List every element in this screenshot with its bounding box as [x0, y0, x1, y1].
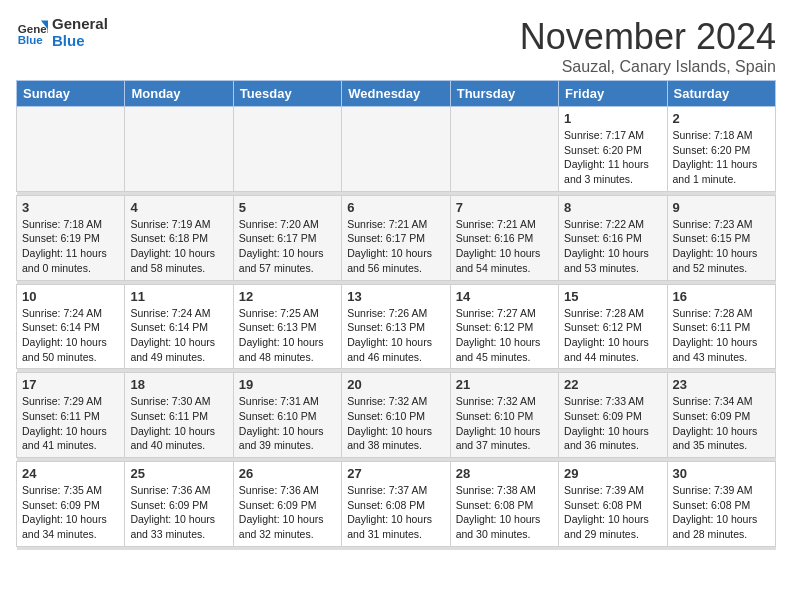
- day-cell-21: 21Sunrise: 7:32 AMSunset: 6:10 PMDayligh…: [450, 373, 558, 458]
- day-info: Sunrise: 7:31 AMSunset: 6:10 PMDaylight:…: [239, 394, 336, 453]
- day-info: Sunrise: 7:23 AMSunset: 6:15 PMDaylight:…: [673, 217, 770, 276]
- day-info: Sunrise: 7:25 AMSunset: 6:13 PMDaylight:…: [239, 306, 336, 365]
- empty-cell: [342, 107, 450, 192]
- day-number: 2: [673, 111, 770, 126]
- day-cell-27: 27Sunrise: 7:37 AMSunset: 6:08 PMDayligh…: [342, 462, 450, 547]
- week-row-3: 10Sunrise: 7:24 AMSunset: 6:14 PMDayligh…: [17, 284, 776, 369]
- week-row-5: 24Sunrise: 7:35 AMSunset: 6:09 PMDayligh…: [17, 462, 776, 547]
- day-info: Sunrise: 7:32 AMSunset: 6:10 PMDaylight:…: [347, 394, 444, 453]
- day-cell-1: 1Sunrise: 7:17 AMSunset: 6:20 PMDaylight…: [559, 107, 667, 192]
- day-info: Sunrise: 7:28 AMSunset: 6:11 PMDaylight:…: [673, 306, 770, 365]
- day-number: 16: [673, 289, 770, 304]
- week-row-1: 1Sunrise: 7:17 AMSunset: 6:20 PMDaylight…: [17, 107, 776, 192]
- location-subtitle: Sauzal, Canary Islands, Spain: [520, 58, 776, 76]
- day-cell-28: 28Sunrise: 7:38 AMSunset: 6:08 PMDayligh…: [450, 462, 558, 547]
- day-number: 30: [673, 466, 770, 481]
- day-info: Sunrise: 7:21 AMSunset: 6:17 PMDaylight:…: [347, 217, 444, 276]
- logo: General Blue General Blue: [16, 16, 108, 49]
- day-info: Sunrise: 7:27 AMSunset: 6:12 PMDaylight:…: [456, 306, 553, 365]
- day-cell-6: 6Sunrise: 7:21 AMSunset: 6:17 PMDaylight…: [342, 195, 450, 280]
- day-info: Sunrise: 7:37 AMSunset: 6:08 PMDaylight:…: [347, 483, 444, 542]
- day-number: 5: [239, 200, 336, 215]
- day-number: 9: [673, 200, 770, 215]
- empty-cell: [125, 107, 233, 192]
- day-info: Sunrise: 7:39 AMSunset: 6:08 PMDaylight:…: [564, 483, 661, 542]
- day-number: 7: [456, 200, 553, 215]
- day-cell-14: 14Sunrise: 7:27 AMSunset: 6:12 PMDayligh…: [450, 284, 558, 369]
- day-cell-2: 2Sunrise: 7:18 AMSunset: 6:20 PMDaylight…: [667, 107, 775, 192]
- empty-cell: [233, 107, 341, 192]
- main-container: General Blue General Blue November 2024 …: [0, 0, 792, 558]
- day-info: Sunrise: 7:18 AMSunset: 6:19 PMDaylight:…: [22, 217, 119, 276]
- day-number: 19: [239, 377, 336, 392]
- day-number: 28: [456, 466, 553, 481]
- day-cell-8: 8Sunrise: 7:22 AMSunset: 6:16 PMDaylight…: [559, 195, 667, 280]
- day-cell-16: 16Sunrise: 7:28 AMSunset: 6:11 PMDayligh…: [667, 284, 775, 369]
- day-info: Sunrise: 7:33 AMSunset: 6:09 PMDaylight:…: [564, 394, 661, 453]
- day-cell-30: 30Sunrise: 7:39 AMSunset: 6:08 PMDayligh…: [667, 462, 775, 547]
- day-cell-13: 13Sunrise: 7:26 AMSunset: 6:13 PMDayligh…: [342, 284, 450, 369]
- day-number: 15: [564, 289, 661, 304]
- day-info: Sunrise: 7:30 AMSunset: 6:11 PMDaylight:…: [130, 394, 227, 453]
- day-number: 24: [22, 466, 119, 481]
- day-cell-26: 26Sunrise: 7:36 AMSunset: 6:09 PMDayligh…: [233, 462, 341, 547]
- day-cell-23: 23Sunrise: 7:34 AMSunset: 6:09 PMDayligh…: [667, 373, 775, 458]
- day-number: 14: [456, 289, 553, 304]
- day-cell-24: 24Sunrise: 7:35 AMSunset: 6:09 PMDayligh…: [17, 462, 125, 547]
- day-info: Sunrise: 7:17 AMSunset: 6:20 PMDaylight:…: [564, 128, 661, 187]
- day-info: Sunrise: 7:18 AMSunset: 6:20 PMDaylight:…: [673, 128, 770, 187]
- day-info: Sunrise: 7:29 AMSunset: 6:11 PMDaylight:…: [22, 394, 119, 453]
- header: General Blue General Blue November 2024 …: [16, 16, 776, 76]
- day-info: Sunrise: 7:36 AMSunset: 6:09 PMDaylight:…: [239, 483, 336, 542]
- title-block: November 2024 Sauzal, Canary Islands, Sp…: [520, 16, 776, 76]
- day-number: 10: [22, 289, 119, 304]
- day-cell-11: 11Sunrise: 7:24 AMSunset: 6:14 PMDayligh…: [125, 284, 233, 369]
- day-number: 17: [22, 377, 119, 392]
- day-number: 20: [347, 377, 444, 392]
- spacer-row: [17, 546, 776, 550]
- calendar-table: SundayMondayTuesdayWednesdayThursdayFrid…: [16, 80, 776, 550]
- day-cell-18: 18Sunrise: 7:30 AMSunset: 6:11 PMDayligh…: [125, 373, 233, 458]
- week-row-2: 3Sunrise: 7:18 AMSunset: 6:19 PMDaylight…: [17, 195, 776, 280]
- day-number: 22: [564, 377, 661, 392]
- day-cell-19: 19Sunrise: 7:31 AMSunset: 6:10 PMDayligh…: [233, 373, 341, 458]
- col-header-monday: Monday: [125, 81, 233, 107]
- day-number: 13: [347, 289, 444, 304]
- day-info: Sunrise: 7:22 AMSunset: 6:16 PMDaylight:…: [564, 217, 661, 276]
- day-cell-22: 22Sunrise: 7:33 AMSunset: 6:09 PMDayligh…: [559, 373, 667, 458]
- day-number: 8: [564, 200, 661, 215]
- day-info: Sunrise: 7:32 AMSunset: 6:10 PMDaylight:…: [456, 394, 553, 453]
- day-info: Sunrise: 7:39 AMSunset: 6:08 PMDaylight:…: [673, 483, 770, 542]
- col-header-wednesday: Wednesday: [342, 81, 450, 107]
- col-header-friday: Friday: [559, 81, 667, 107]
- day-info: Sunrise: 7:34 AMSunset: 6:09 PMDaylight:…: [673, 394, 770, 453]
- day-number: 4: [130, 200, 227, 215]
- day-cell-5: 5Sunrise: 7:20 AMSunset: 6:17 PMDaylight…: [233, 195, 341, 280]
- col-header-saturday: Saturday: [667, 81, 775, 107]
- day-number: 25: [130, 466, 227, 481]
- day-cell-4: 4Sunrise: 7:19 AMSunset: 6:18 PMDaylight…: [125, 195, 233, 280]
- day-cell-10: 10Sunrise: 7:24 AMSunset: 6:14 PMDayligh…: [17, 284, 125, 369]
- day-cell-20: 20Sunrise: 7:32 AMSunset: 6:10 PMDayligh…: [342, 373, 450, 458]
- col-header-sunday: Sunday: [17, 81, 125, 107]
- col-header-thursday: Thursday: [450, 81, 558, 107]
- day-number: 26: [239, 466, 336, 481]
- day-number: 18: [130, 377, 227, 392]
- day-cell-3: 3Sunrise: 7:18 AMSunset: 6:19 PMDaylight…: [17, 195, 125, 280]
- day-cell-29: 29Sunrise: 7:39 AMSunset: 6:08 PMDayligh…: [559, 462, 667, 547]
- day-number: 1: [564, 111, 661, 126]
- calendar-header-row: SundayMondayTuesdayWednesdayThursdayFrid…: [17, 81, 776, 107]
- day-info: Sunrise: 7:26 AMSunset: 6:13 PMDaylight:…: [347, 306, 444, 365]
- logo-icon: General Blue: [16, 17, 48, 49]
- svg-text:Blue: Blue: [18, 33, 44, 45]
- week-row-4: 17Sunrise: 7:29 AMSunset: 6:11 PMDayligh…: [17, 373, 776, 458]
- day-info: Sunrise: 7:21 AMSunset: 6:16 PMDaylight:…: [456, 217, 553, 276]
- day-cell-17: 17Sunrise: 7:29 AMSunset: 6:11 PMDayligh…: [17, 373, 125, 458]
- day-cell-9: 9Sunrise: 7:23 AMSunset: 6:15 PMDaylight…: [667, 195, 775, 280]
- day-info: Sunrise: 7:36 AMSunset: 6:09 PMDaylight:…: [130, 483, 227, 542]
- day-info: Sunrise: 7:24 AMSunset: 6:14 PMDaylight:…: [130, 306, 227, 365]
- day-info: Sunrise: 7:28 AMSunset: 6:12 PMDaylight:…: [564, 306, 661, 365]
- day-number: 11: [130, 289, 227, 304]
- col-header-tuesday: Tuesday: [233, 81, 341, 107]
- day-info: Sunrise: 7:19 AMSunset: 6:18 PMDaylight:…: [130, 217, 227, 276]
